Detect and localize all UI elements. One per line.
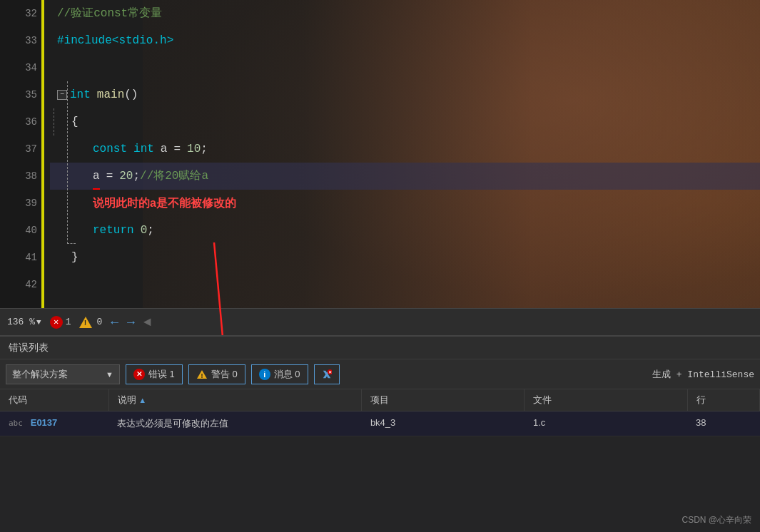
space — [91, 81, 97, 108]
brace-open: { — [71, 108, 78, 135]
zoom-level: 136 % ▼ — [7, 317, 41, 327]
var-a-err: a — [93, 163, 100, 190]
nav-right-button[interactable]: → — [127, 315, 135, 329]
error-filter-icon: ✕ — [133, 369, 145, 380]
sort-arrow-icon: ▲ — [138, 396, 146, 404]
space — [113, 163, 119, 190]
warning-filter-icon: ! — [196, 369, 208, 380]
num-0: 0 — [141, 217, 148, 244]
space — [181, 135, 187, 163]
code-line-38: a = 20 ; //将20赋给a — [50, 163, 760, 190]
var-a: a — [161, 135, 168, 163]
table-header-row: 代码 说明 ▲ 项目 文件 行 — [0, 389, 760, 411]
scope-dropdown[interactable]: 整个解决方案 ▼ — [6, 364, 120, 384]
space — [154, 135, 161, 163]
info-filter-icon: i — [259, 369, 270, 380]
comment-text: //验证const常变量 — [57, 0, 162, 27]
code-line-40: return 0 ; — [50, 217, 760, 244]
error-panel: 错误列表 整个解决方案 ▼ ✕ 错误 1 ! 警告 0 i 消息 0 — [0, 335, 760, 532]
semicolon: ; — [201, 135, 208, 163]
svg-text:✕: ✕ — [328, 369, 331, 374]
cell-description: 表达式必须是可修改的左值 — [108, 411, 362, 436]
comment-assign: //将20赋给a — [140, 163, 208, 190]
num-10: 10 — [187, 135, 201, 163]
collapse-button[interactable]: − — [57, 90, 67, 100]
error-filter-button[interactable]: ✕ 错误 1 — [126, 364, 183, 384]
space — [127, 135, 133, 163]
code-line-41: } — [50, 244, 760, 271]
error-icon: ✕ — [50, 316, 63, 329]
code-line-34 — [50, 54, 760, 81]
const-keyword: const — [93, 135, 127, 163]
parens: () — [124, 81, 138, 108]
build-label: 生成 + IntelliSense — [652, 368, 754, 381]
bookmark-bar — [41, 0, 44, 335]
num-20: 20 — [119, 163, 133, 190]
code-line-36: { — [50, 108, 760, 135]
warning-filter-button[interactable]: ! 警告 0 — [188, 364, 245, 384]
main-func: main — [97, 81, 124, 108]
brace-close: } — [71, 244, 78, 271]
svg-text:!: ! — [201, 372, 203, 379]
error-panel-title: 错误列表 — [0, 337, 760, 359]
filter-x-icon: ✕ — [322, 369, 332, 380]
error-table: 代码 说明 ▲ 项目 文件 行 abc E0137 表达式必须是可修改的左值 — [0, 389, 760, 436]
dropdown-chevron-icon: ▼ — [106, 370, 113, 379]
error-panel-toolbar: 整个解决方案 ▼ ✕ 错误 1 ! 警告 0 i 消息 0 — [0, 359, 760, 389]
cell-line: 38 — [687, 411, 759, 436]
code-lines: //验证const常变量 #include<stdio.h> − int mai… — [50, 0, 760, 298]
nav-left-button[interactable]: ← — [111, 315, 118, 329]
col-header-code: 代码 — [0, 389, 108, 411]
code-line-32: //验证const常变量 — [50, 0, 760, 27]
space — [167, 135, 173, 163]
error-status[interactable]: ✕ 1 — [50, 316, 71, 329]
annotation-label: 说明此时的a是不能被修改的 — [93, 190, 236, 217]
cell-project: bk4_3 — [362, 411, 525, 436]
line-numbers-gutter: 32 33 34 35 36 37 38 39 40 41 42 — [0, 0, 43, 335]
clear-filter-button[interactable]: ✕ — [314, 364, 340, 384]
zoom-dropdown-arrow[interactable]: ▼ — [36, 318, 41, 327]
code-line-37: const int a = 10 ; — [50, 135, 760, 163]
equals: = — [106, 163, 113, 190]
return-keyword: return — [93, 217, 134, 244]
status-bar: 136 % ▼ ✕ 1 0 ← → ◄ — [0, 308, 760, 335]
csdn-watermark: CSDN @心辛向荣 — [682, 514, 751, 526]
col-header-project: 项目 — [362, 389, 525, 411]
include-text: #include<stdio.h> — [57, 27, 173, 54]
cell-code: abc E0137 — [0, 411, 108, 436]
nav-back-button[interactable]: ◄ — [143, 315, 151, 329]
space — [100, 163, 106, 190]
table-row[interactable]: abc E0137 表达式必须是可修改的左值 bk4_3 1.c 38 — [0, 411, 760, 436]
code-line-42 — [50, 271, 760, 298]
info-filter-button[interactable]: i 消息 0 — [251, 364, 308, 384]
code-editor: 32 33 34 35 36 37 38 39 40 41 42 //验证con… — [0, 0, 760, 335]
warning-icon — [79, 317, 92, 328]
type-icon: abc — [9, 419, 23, 428]
code-line-39: 说明此时的a是不能被修改的 — [50, 190, 760, 217]
col-header-desc: 说明 ▲ — [108, 389, 362, 411]
error-table-container: 代码 说明 ▲ 项目 文件 行 abc E0137 表达式必须是可修改的左值 — [0, 389, 760, 436]
cell-file: 1.c — [525, 411, 687, 436]
space — [134, 217, 141, 244]
semicolon: ; — [133, 163, 140, 190]
semicolon: ; — [147, 217, 154, 244]
int-keyword: int — [70, 81, 91, 108]
int-keyword: int — [133, 135, 154, 163]
code-line-33: #include<stdio.h> — [50, 27, 760, 54]
warning-status[interactable]: 0 — [79, 317, 102, 328]
code-line-35: − int main () — [50, 81, 760, 108]
col-header-line: 行 — [687, 389, 759, 411]
col-header-file: 文件 — [525, 389, 687, 411]
equals: = — [173, 135, 181, 163]
